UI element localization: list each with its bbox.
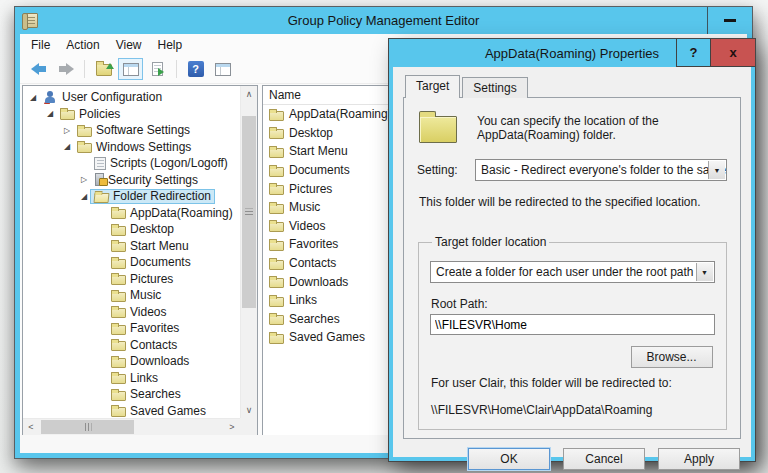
tree-item[interactable]: Pictures [23,271,240,288]
target-tab-panel: You can specify the location of the AppD… [403,97,741,439]
cancel-button[interactable]: Cancel [563,448,645,470]
tree-item-icon [77,143,92,153]
dropdown-arrow-icon[interactable] [696,263,713,281]
preview-path: \\FILESVR\Home\Clair\AppData\Roaming [431,403,715,417]
dialog-help-button[interactable]: ? [676,39,710,67]
menu-item[interactable]: Help [150,36,191,54]
tree-item[interactable]: Scripts (Logon/Logoff) [23,155,240,172]
tab[interactable]: Target [405,75,460,98]
expand-arrow-icon[interactable]: ▷ [78,175,90,184]
back-button[interactable] [26,58,51,80]
dialog-close-button[interactable]: x [710,39,755,67]
expand-arrow-icon[interactable]: ◢ [27,93,39,102]
location-dropdown-value: Create a folder for each user under the … [436,265,694,279]
help-button[interactable] [183,58,208,80]
tree-item-icon [111,209,126,219]
tree-item-icon [111,407,126,417]
setting-dropdown[interactable]: Basic - Redirect everyone's folder to th… [475,159,727,181]
dropdown-arrow-icon[interactable] [708,161,725,179]
tree-item[interactable]: ◢ Windows Settings [23,139,240,156]
export-list-button[interactable] [145,58,170,80]
tree-item[interactable]: ◢ Folder Redirection [23,188,240,205]
tree-item[interactable]: Downloads [23,353,240,370]
tree-item-icon [111,259,126,269]
expand-arrow-icon[interactable]: ◢ [61,142,73,151]
list-item-label: Saved Games [289,330,365,344]
tree-item[interactable]: AppData(Roaming) [23,205,240,222]
tree-item-icon [111,292,126,302]
tree-item[interactable]: Videos [23,304,240,321]
tree-item[interactable]: Music [23,287,240,304]
apply-button[interactable]: Apply [658,448,740,470]
tree-item[interactable]: ◢ Policies [23,106,240,123]
tree-item[interactable]: Favorites [23,320,240,337]
tree-item[interactable]: Links [23,370,240,387]
target-folder-location-group: Target folder location Create a folder f… [418,235,727,430]
show-console-tree-button[interactable] [118,58,143,80]
window-title: Group Policy Management Editor [15,13,752,28]
tree-item-label: Links [130,371,158,385]
toolbar-separator [176,60,177,78]
tree-item[interactable]: Start Menu [23,238,240,255]
tree-item-label: Windows Settings [96,140,191,154]
tree-item[interactable]: Searches [23,386,240,403]
list-item-label: Documents [289,163,350,177]
tree-item[interactable]: Documents [23,254,240,271]
minimize-button[interactable] [707,7,752,34]
scrollbar-thumb[interactable] [41,420,134,434]
scrollbar-thumb[interactable] [242,116,256,308]
menu-item[interactable]: View [108,36,150,54]
tree-item[interactable]: ◢ User Configuration [23,89,240,106]
tree-vertical-scrollbar[interactable]: ∧ ∨ [240,86,257,418]
expand-arrow-icon[interactable]: ◢ [78,192,90,201]
folder-icon [269,315,284,325]
new-window-button[interactable] [210,58,235,80]
back-icon [31,63,47,75]
list-item-label: Contacts [289,256,336,270]
tree-item-label: User Configuration [62,90,162,104]
toolbar-separator [84,60,85,78]
root-path-input[interactable] [430,314,715,335]
dialog-button-row: OK Cancel Apply [403,448,741,470]
scroll-down-icon[interactable]: ∨ [241,402,257,418]
folder-icon [269,129,284,139]
tree-horizontal-scrollbar[interactable]: < > [23,418,240,435]
tree-item-icon [111,358,126,368]
scroll-left-icon[interactable]: < [23,419,39,435]
tree-item-label: Pictures [130,272,173,286]
expand-arrow-icon[interactable]: ▷ [61,126,73,135]
tab[interactable]: Settings [462,77,527,98]
browse-button[interactable]: Browse... [631,346,713,368]
scroll-right-icon[interactable]: > [224,419,240,435]
menu-item[interactable]: File [23,36,58,54]
forward-icon [58,63,74,75]
dialog-intro-text: You can specify the location of the AppD… [477,114,727,142]
tree-item-icon [111,374,126,384]
tree-item[interactable]: ▷ Software Settings [23,122,240,139]
tree-item-label: Searches [130,387,181,401]
up-one-level-button[interactable] [91,58,116,80]
tree-item[interactable]: Desktop [23,221,240,238]
forward-button[interactable] [53,58,78,80]
tree-item-label: Contacts [130,338,177,352]
tree-item[interactable]: Contacts [23,337,240,354]
tree-item-icon [111,275,126,285]
list-item-label: Start Menu [289,144,348,158]
tree-item-label: Scripts (Logon/Logoff) [110,156,228,170]
list-item-label: Videos [289,219,325,233]
tree-item-icon [43,91,58,104]
location-dropdown[interactable]: Create a folder for each user under the … [430,261,715,283]
tree-item-label: AppData(Roaming) [130,206,233,220]
expand-arrow-icon[interactable]: ◢ [44,109,56,118]
list-item-label: Pictures [289,182,332,196]
new-window-icon [215,63,231,76]
list-item-label: Music [289,200,320,214]
scroll-up-icon[interactable]: ∧ [241,86,257,102]
desktop: Group Policy Management Editor File Acti… [0,0,768,473]
tree-item[interactable]: ▷ Security Settings [23,172,240,189]
ok-button[interactable]: OK [468,448,550,470]
menu-item[interactable]: Action [58,36,107,54]
show-console-tree-icon [123,63,139,76]
tree-item-icon [93,193,109,203]
tree-item[interactable]: Saved Games [23,403,240,419]
